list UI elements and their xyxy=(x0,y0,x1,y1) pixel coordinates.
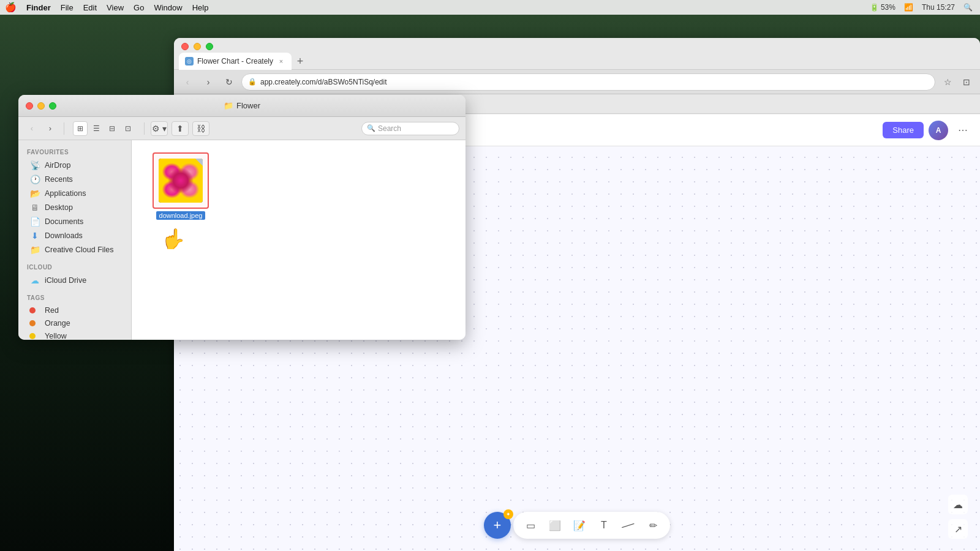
menubar-go[interactable]: Go xyxy=(129,0,149,15)
finder-window-title: 📁 Flower xyxy=(224,101,260,110)
finder-close-btn[interactable] xyxy=(26,102,33,110)
file-thumbnail xyxy=(159,159,203,203)
finder-action-btn[interactable]: ⛓ xyxy=(192,121,209,136)
sidebar-item-tag-red[interactable]: Red xyxy=(21,304,129,317)
finder-gallery-view-btn[interactable]: ⊡ xyxy=(121,121,135,136)
apple-menu-icon[interactable]: 🍎 xyxy=(5,2,17,13)
finder-gear-btn[interactable]: ⚙ ▾ xyxy=(151,121,168,136)
tag-orange-icon xyxy=(29,320,40,326)
finder-sidebar: Favourites 📡 AirDrop 🕐 Recents 📂 Applica… xyxy=(18,140,132,340)
cursor-pointer: 👆 xyxy=(161,227,186,250)
finder-folder-icon: 📁 xyxy=(224,101,233,110)
creately-text-tool[interactable]: T xyxy=(594,515,614,535)
documents-icon: 📄 xyxy=(29,217,40,227)
browser-tab-active[interactable]: ◎ Flower Chart - Creately × xyxy=(179,53,292,70)
tag-label-orange: Orange xyxy=(45,319,70,328)
browser-close-btn[interactable] xyxy=(181,43,189,50)
browser-back-btn[interactable]: ‹ xyxy=(179,73,196,91)
tag-red-icon xyxy=(29,307,40,313)
menubar-right: 🔋 53% 📶 Thu 15:27 🔍 xyxy=(867,3,975,12)
sidebar-item-documents[interactable]: 📄 Documents xyxy=(21,215,129,228)
creative-cloud-icon: 📁 xyxy=(29,245,40,255)
tag-yellow-icon xyxy=(29,333,40,339)
creately-container-tool[interactable]: ⬜ xyxy=(545,515,565,535)
file-icon-wrapper xyxy=(153,152,209,209)
finder-search-box[interactable]: 🔍 Search xyxy=(361,122,459,135)
finder-share-btn[interactable]: ⬆ xyxy=(172,121,189,136)
new-tab-btn[interactable]: + xyxy=(292,53,309,70)
finder-search-placeholder: Search xyxy=(378,124,401,133)
sidebar-item-tag-yellow[interactable]: Yellow xyxy=(21,330,129,340)
tab-favicon: ◎ xyxy=(185,57,194,66)
sidebar-item-recents[interactable]: 🕐 Recents xyxy=(21,173,129,186)
address-lock-icon: 🔒 xyxy=(248,78,257,86)
browser-address-bar[interactable]: 🔒 app.creately.com/d/aBSWo5NTiSq/edit xyxy=(241,73,935,91)
menubar-battery: 🔋 53% xyxy=(867,3,898,12)
creately-share-btn[interactable]: Share xyxy=(883,122,924,138)
sidebar-item-airdrop[interactable]: 📡 AirDrop xyxy=(21,159,129,172)
browser-tabs: ◎ Flower Chart - Creately × + xyxy=(174,53,980,70)
menubar-edit[interactable]: Edit xyxy=(78,0,102,15)
cast-btn[interactable]: ⊡ xyxy=(958,73,975,91)
address-text: app.creately.com/d/aBSWo5NTiSq/edit xyxy=(260,78,929,86)
sidebar-icloud-label: iCloud xyxy=(18,260,131,273)
sidebar-item-icloud-drive[interactable]: ☁ iCloud Drive xyxy=(21,274,129,287)
browser-toolbar: ‹ › ↻ 🔒 app.creately.com/d/aBSWo5NTiSq/e… xyxy=(174,70,980,94)
sidebar-item-applications[interactable]: 📂 Applications xyxy=(21,187,129,200)
finder-window: 📁 Flower ‹ › ⊞ ☰ ⊟ ⊡ ⚙ ▾ ⬆ ⛓ 🔍 Search Fa… xyxy=(18,95,466,340)
sidebar-item-desktop[interactable]: 🖥 Desktop xyxy=(21,201,129,214)
sidebar-item-creative-cloud[interactable]: 📁 Creative Cloud Files xyxy=(21,243,129,257)
creately-pen-tool[interactable]: ✏ xyxy=(643,515,663,535)
finder-column-view-btn[interactable]: ⊟ xyxy=(105,121,119,136)
creately-more-btn[interactable]: ⋯ xyxy=(953,121,973,140)
creately-cloud-btn[interactable]: ☁ xyxy=(948,495,968,514)
finder-body: Favourites 📡 AirDrop 🕐 Recents 📂 Applica… xyxy=(18,140,466,340)
file-item-download-jpeg[interactable]: download.jpeg 👆 xyxy=(150,152,211,220)
creately-rectangle-tool[interactable]: ▭ xyxy=(521,515,540,535)
tab-title: Flower Chart - Creately xyxy=(197,57,273,66)
tab-close-btn[interactable]: × xyxy=(277,57,285,66)
browser-minimize-btn[interactable] xyxy=(194,43,201,50)
browser-maximize-btn[interactable] xyxy=(206,43,213,50)
creately-add-btn[interactable]: + ✦ xyxy=(484,512,511,539)
sidebar-label-applications: Applications xyxy=(45,189,86,198)
menubar-help[interactable]: Help xyxy=(187,0,214,15)
menubar-window[interactable]: Window xyxy=(149,0,187,15)
finder-icon-view-btn[interactable]: ⊞ xyxy=(73,121,88,136)
creately-cursor-btn[interactable]: ↗ xyxy=(948,519,968,539)
finder-list-view-btn[interactable]: ☰ xyxy=(89,121,104,136)
menubar-clock: Thu 15:27 xyxy=(919,3,957,12)
creately-user-avatar[interactable]: A xyxy=(929,121,948,140)
sidebar-label-downloads: Downloads xyxy=(45,231,83,240)
sidebar-item-downloads[interactable]: ⬇ Downloads xyxy=(21,229,129,242)
creately-line-tool[interactable]: ╱ xyxy=(614,511,642,539)
creately-right-tools: ☁ ↗ xyxy=(948,495,968,539)
finder-maximize-btn[interactable] xyxy=(49,102,56,110)
airdrop-icon: 📡 xyxy=(29,160,40,170)
finder-forward-btn[interactable]: › xyxy=(43,121,58,136)
browser-forward-btn[interactable]: › xyxy=(200,73,217,91)
menubar-finder[interactable]: Finder xyxy=(21,0,56,15)
menubar-wifi: 📶 xyxy=(902,3,916,12)
creately-sticky-tool[interactable]: 📝 xyxy=(570,515,589,535)
browser-titlebar: ◎ Flower Chart - Creately × + xyxy=(174,38,980,70)
recents-icon: 🕐 xyxy=(29,174,40,184)
menubar-file[interactable]: File xyxy=(56,0,78,15)
bookmark-star-btn[interactable]: ☆ xyxy=(939,73,956,91)
browser-reload-btn[interactable]: ↻ xyxy=(221,73,238,91)
file-name-label: download.jpeg xyxy=(156,211,206,220)
finder-toolbar-sep2 xyxy=(144,122,145,135)
sidebar-favourites-label: Favourites xyxy=(18,145,131,158)
desktop-icon: 🖥 xyxy=(29,203,40,212)
finder-search-icon: 🔍 xyxy=(367,124,375,132)
sidebar-item-tag-orange[interactable]: Orange xyxy=(21,317,129,329)
menubar: 🍎 Finder File Edit View Go Window Help 🔋… xyxy=(0,0,980,15)
sidebar-label-creative-cloud: Creative Cloud Files xyxy=(45,246,114,254)
finder-minimize-btn[interactable] xyxy=(37,102,45,110)
menubar-search-icon[interactable]: 🔍 xyxy=(961,3,975,12)
finder-back-btn[interactable]: ‹ xyxy=(24,121,39,136)
menubar-view[interactable]: View xyxy=(102,0,129,15)
finder-toolbar: ‹ › ⊞ ☰ ⊟ ⊡ ⚙ ▾ ⬆ ⛓ 🔍 Search xyxy=(18,117,466,140)
downloads-icon: ⬇ xyxy=(29,231,40,241)
creately-add-star: ✦ xyxy=(503,509,513,519)
